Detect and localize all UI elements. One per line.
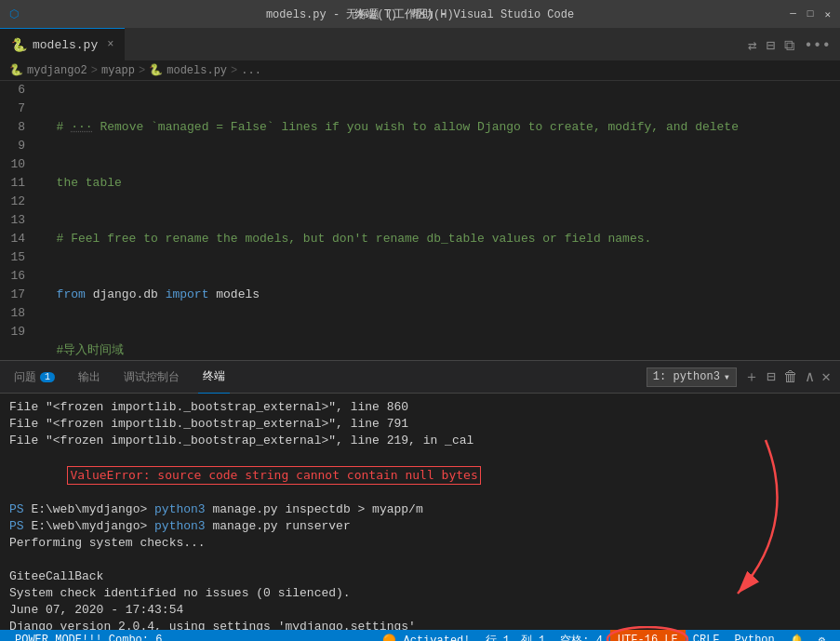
ellipsis-icon[interactable]: ••• — [804, 37, 831, 54]
tab-debug-label: 调试控制台 — [124, 369, 180, 385]
code-editor[interactable]: 6 7 8 9 10 11 12 13 14 15 16 17 18 19 # … — [0, 81, 840, 360]
maximize-button[interactable]: □ — [807, 8, 814, 20]
position-label: 行 1，列 1 — [486, 633, 546, 642]
chevron-up-icon[interactable]: ∧ — [806, 367, 815, 386]
error-highlight: ValueError: source code string cannot co… — [67, 466, 480, 485]
trash-icon[interactable]: 🗑 — [783, 368, 798, 386]
close-panel-icon[interactable]: ✕ — [821, 367, 831, 386]
split-terminal-icon[interactable]: ⊟ — [767, 367, 776, 386]
layout-icon[interactable]: ⧉ — [784, 37, 794, 55]
power-mode-status: POWER MODE!!! Combo: 6 — [7, 630, 169, 641]
breadcrumb-project[interactable]: mydjango2 — [27, 64, 87, 77]
bell-icon: 🔔 — [790, 634, 804, 642]
titlebar: ⬡ 终端(T) 帮助(H) models.py - 无标题 (工作区) - Vi… — [0, 0, 840, 28]
tab-debug-console[interactable]: 调试控制台 — [119, 361, 184, 394]
panel-actions: 1: python3 ▾ ＋ ⊟ 🗑 ∧ ✕ — [647, 367, 831, 387]
terminal-line-5: PS E:\web\mydjango> python3 manage.py in… — [9, 501, 831, 518]
settings-button[interactable]: ⚙ — [811, 630, 833, 641]
terminal-line-10: System check identified no issues (0 sil… — [9, 585, 831, 602]
encoding-status[interactable]: UTF-16 LE — [610, 630, 686, 641]
gear-icon: ⚙ — [819, 634, 825, 642]
terminal-line-7: Performing system checks... — [9, 535, 831, 552]
more-icon[interactable]: ⊟ — [767, 36, 776, 55]
language-label: Python — [735, 634, 775, 641]
tab-terminal-label: 终端 — [203, 368, 225, 384]
line-numbers: 6 7 8 9 10 11 12 13 14 15 16 17 18 19 — [0, 81, 42, 360]
statusbar-left: POWER MODE!!! Combo: 6 — [7, 630, 169, 641]
breadcrumb-sep-3: > — [231, 64, 237, 77]
notifications-button[interactable]: 🔔 — [782, 630, 811, 641]
terminal-line-error: ValueError: source code string cannot co… — [9, 449, 831, 501]
language-status[interactable]: Python — [727, 630, 782, 641]
breadcrumb-sep-1: > — [91, 64, 98, 77]
breadcrumb: 🐍 mydjango2 > myapp > 🐍 models.py > ... — [0, 60, 840, 81]
close-button[interactable]: ✕ — [824, 8, 831, 20]
problems-badge: 1 — [40, 372, 55, 382]
position-status[interactable]: 行 1，列 1 — [478, 630, 553, 641]
tab-close-button[interactable]: × — [107, 38, 113, 51]
tabbar: 🐍 models.py × ⇄ ⊟ ⧉ ••• — [0, 28, 840, 60]
tab-label: models.py — [33, 38, 98, 52]
code-line-6b: the table — [42, 174, 840, 193]
tab-models-py[interactable]: 🐍 models.py × — [0, 28, 125, 60]
code-line-8: from django.db import models — [42, 286, 840, 304]
code-line-9: #导入时间域 — [42, 341, 840, 360]
breadcrumb-file[interactable]: models.py — [167, 64, 227, 77]
panel: 问题 1 输出 调试控制台 终端 1: python3 ▾ ＋ ⊟ 🗑 ∧ — [0, 360, 840, 630]
split-editor-icon[interactable]: ⇄ — [748, 36, 757, 55]
breadcrumb-project-icon: 🐍 — [9, 63, 23, 77]
minimize-button[interactable]: ─ — [790, 8, 796, 20]
titlebar-title: models.py - 无标题 (工作区) - Visual Studio Co… — [266, 7, 574, 22]
code-content: # ··· Remove `managed = False` lines if … — [42, 81, 840, 360]
code-line-6: # ··· Remove `managed = False` lines if … — [42, 118, 840, 137]
terminal-line-8 — [9, 552, 831, 568]
terminal-line-9: GiteeCallBack — [9, 568, 831, 585]
breadcrumb-symbol[interactable]: ... — [241, 64, 261, 77]
chevron-down-icon: ▾ — [724, 370, 730, 384]
terminal-dropdown[interactable]: 1: python3 ▾ — [647, 367, 737, 387]
terminal-dropdown-label: 1: python3 — [653, 370, 720, 383]
statusbar: POWER MODE!!! Combo: 6 🟠 Activated! 行 1，… — [0, 630, 840, 641]
terminal-line-11: June 07, 2020 - 17:43:54 — [9, 602, 831, 619]
tab-output-label: 输出 — [78, 369, 100, 385]
tab-problems[interactable]: 问题 1 — [9, 361, 60, 394]
panel-tabs: 问题 1 输出 调试控制台 终端 1: python3 ▾ ＋ ⊟ 🗑 ∧ — [0, 361, 840, 394]
titlebar-controls: ─ □ ✕ — [790, 8, 831, 20]
terminal-line-2: File "<frozen importlib._bootstrap_exter… — [9, 416, 831, 433]
encoding-label: UTF-16 LE — [618, 634, 678, 641]
code-line-7: # Feel free to rename the models, but do… — [42, 230, 840, 248]
statusbar-right: 🟠 Activated! 行 1，列 1 空格: 4 UTF-16 LE CRL… — [375, 630, 833, 641]
activated-status[interactable]: 🟠 Activated! — [375, 630, 477, 641]
app-window: ⬡ 终端(T) 帮助(H) models.py - 无标题 (工作区) - Vi… — [0, 0, 840, 641]
breadcrumb-folder[interactable]: myapp — [101, 64, 135, 77]
spaces-label: 空格: 4 — [560, 633, 603, 642]
app-icon: ⬡ — [9, 7, 19, 21]
titlebar-left: ⬡ — [9, 7, 19, 21]
terminal-line-6: PS E:\web\mydjango> python3 manage.py ru… — [9, 518, 831, 535]
breadcrumb-sep-2: > — [139, 64, 145, 77]
terminal-line-3: File "<frozen importlib._bootstrap_exter… — [9, 433, 831, 449]
line-ending-status[interactable]: CRLF — [686, 630, 727, 641]
breadcrumb-file-icon: 🐍 — [149, 63, 163, 77]
terminal-line-1: File "<frozen importlib._bootstrap_exter… — [9, 399, 831, 416]
spaces-status[interactable]: 空格: 4 — [553, 630, 610, 641]
terminal-line-12: Django version 2.0.4, using settings 'my… — [9, 619, 831, 630]
activated-label: 🟠 Activated! — [382, 634, 470, 642]
tab-actions: ⇄ ⊟ ⧉ ••• — [748, 36, 840, 60]
tab-problems-label: 问题 — [14, 369, 36, 385]
terminal-body[interactable]: File "<frozen importlib._bootstrap_exter… — [0, 394, 840, 630]
tab-terminal[interactable]: 终端 — [198, 361, 230, 394]
tab-output[interactable]: 输出 — [73, 361, 105, 394]
power-mode-label: POWER MODE!!! Combo: 6 — [15, 634, 162, 641]
add-terminal-icon[interactable]: ＋ — [744, 367, 759, 387]
line-ending-label: CRLF — [693, 634, 720, 641]
file-icon: 🐍 — [11, 37, 27, 53]
